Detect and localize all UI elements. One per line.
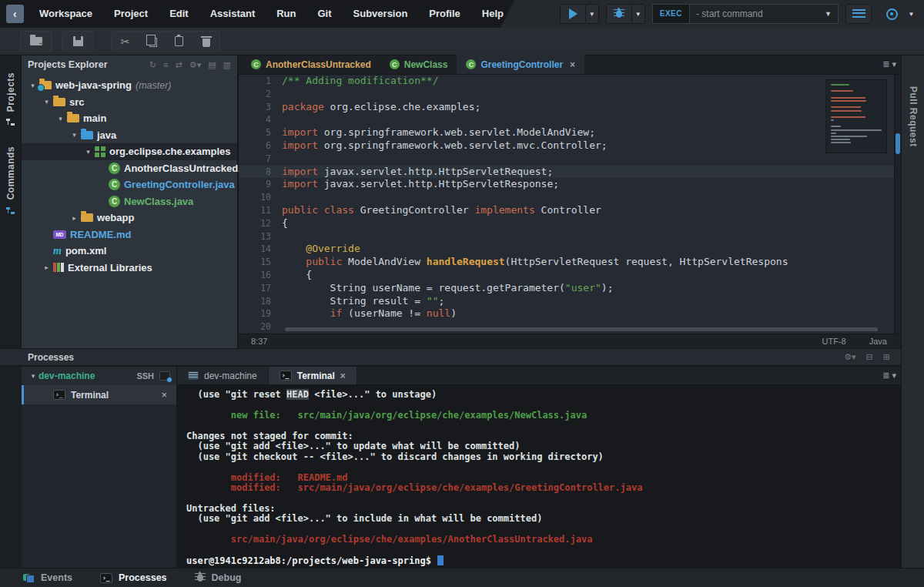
minimap-line (831, 119, 834, 121)
tree-item-webapp[interactable]: ▸webapp (22, 210, 237, 226)
terminal-line: (use "git checkout -- <file>..." to disc… (186, 452, 901, 462)
rail-tab-projects[interactable]: Projects (5, 72, 16, 126)
editor-tab-anotherclassuntracked[interactable]: CAnotherClassUntracked (242, 55, 380, 74)
statusbar-item-events[interactable]: Events (23, 572, 72, 583)
close-icon[interactable]: × (340, 371, 346, 381)
prompt-text: user@1941c9212ab8:/projects/web-java-spr… (186, 555, 431, 566)
run-options-button[interactable]: ▼ (586, 4, 599, 24)
tree-item-label: webapp (97, 212, 134, 223)
machine-row[interactable]: ▾ dev-machine SSH (22, 367, 176, 385)
line-number: 3 (239, 101, 282, 114)
chevron-collapsed-icon[interactable]: ▸ (40, 263, 53, 271)
tree-item-web-java-spring[interactable]: ▾web-java-spring (master) (22, 77, 237, 94)
class-icon: C (109, 163, 120, 174)
project-tree: ▾web-java-spring (master)▾src▾main▾java▾… (22, 77, 237, 276)
import-project-button[interactable] (20, 31, 52, 52)
processes-list-button[interactable] (845, 4, 872, 24)
settings-icon[interactable]: ⚙▾ (189, 61, 201, 69)
scrollbar-thumb[interactable] (896, 133, 900, 154)
tree-item-greetingcontroller-java[interactable]: CGreetingController.java (22, 176, 237, 193)
tree-item-org-eclipse-che-examples[interactable]: ▾org.eclipse.che.examples (22, 143, 237, 160)
statusbar-item-processes[interactable]: Processes (100, 572, 167, 583)
terminal-icon (100, 573, 112, 583)
ssh-label: SSH (136, 371, 154, 381)
minimize-icon[interactable]: ⊟ (866, 353, 873, 361)
code-line: 2 (239, 88, 901, 101)
editor-horizontal-scrollbar[interactable] (285, 327, 878, 331)
tree-item-external-libraries[interactable]: ▸External Libraries (22, 260, 237, 277)
chevron-expanded-icon[interactable]: ▾ (40, 98, 53, 106)
statusbar-item-debug[interactable]: Debug (195, 572, 242, 583)
paste-button[interactable] (166, 32, 192, 51)
back-button[interactable]: ‹ (6, 5, 24, 23)
menu-item-assistant[interactable]: Assistant (199, 0, 266, 28)
command-select[interactable]: - start command ▼ (690, 8, 838, 19)
machine-perspective-button[interactable] (879, 4, 905, 24)
maximize-icon[interactable]: ⊞ (883, 353, 890, 361)
terminal-line (186, 400, 901, 410)
save-button[interactable] (62, 31, 94, 52)
perspective-options-button[interactable]: ▼ (905, 4, 918, 24)
folder-icon (67, 114, 79, 122)
menu-item-help[interactable]: Help (471, 0, 514, 28)
editor-tab-newclass[interactable]: CNewClass (380, 55, 457, 74)
chevron-expanded-icon[interactable]: ▾ (54, 115, 67, 122)
panel-icon[interactable]: ▥ (223, 61, 231, 69)
editor-vertical-scrollbar[interactable] (894, 75, 901, 334)
tree-item-anotherclassuntracked-java[interactable]: CAnotherClassUntracked.java (22, 160, 237, 177)
chevron-expanded-icon[interactable]: ▾ (82, 148, 95, 156)
menu-item-edit[interactable]: Edit (159, 0, 199, 28)
process-tab-dev-machine[interactable]: dev-machine (177, 367, 269, 384)
minimap-line (831, 103, 882, 105)
pull-request-tab[interactable]: Pull Request (908, 86, 919, 568)
line-number: 9 (239, 178, 282, 191)
code-line: 1/** Adding modification**/ (239, 75, 901, 88)
editor-options-button[interactable]: ≣ ▾ (882, 59, 896, 69)
code-text: String userName = request.getParameter("… (282, 282, 901, 295)
split-icon[interactable]: ▤ (208, 61, 216, 69)
branch-label: (master) (136, 80, 172, 91)
chevron-expanded-icon[interactable]: ▾ (68, 131, 81, 139)
debug-button[interactable] (606, 4, 632, 24)
menu-item-git[interactable]: Git (307, 0, 343, 28)
close-icon[interactable]: × (161, 389, 167, 401)
collapse-all-icon[interactable]: ≡ (163, 61, 168, 69)
run-button[interactable] (560, 4, 586, 24)
code-text (282, 88, 901, 101)
tree-item-readme-md[interactable]: MDREADME.md (22, 226, 237, 243)
code-text (282, 191, 901, 204)
refresh-icon[interactable]: ↻ (149, 61, 156, 69)
tree-item-pom-xml[interactable]: mpom.xml (22, 243, 237, 260)
tree-item-java[interactable]: ▾java (22, 127, 237, 144)
settings-icon[interactable]: ⚙▾ (844, 353, 855, 361)
chevron-collapsed-icon[interactable]: ▸ (68, 214, 81, 222)
terminal-process-row[interactable]: Terminal × (22, 385, 176, 404)
minimap-line (831, 87, 882, 89)
explorer-title: Projects Explorer (28, 59, 108, 70)
tree-item-src[interactable]: ▾src (22, 94, 237, 111)
menu-item-workspace[interactable]: Workspace (28, 0, 103, 28)
menu-item-project[interactable]: Project (103, 0, 159, 28)
link-with-editor-icon[interactable]: ⇄ (176, 61, 182, 69)
close-icon[interactable]: × (570, 59, 575, 70)
terminal-line (186, 493, 901, 503)
menu-item-run[interactable]: Run (266, 0, 306, 28)
tree-item-newclass-java[interactable]: CNewClass.java (22, 193, 237, 210)
rail-tab-commands[interactable]: Commands (5, 146, 16, 214)
process-tab-terminal[interactable]: Terminal× (269, 367, 357, 384)
line-number: 7 (239, 153, 282, 166)
ssh-terminal-icon[interactable] (159, 371, 170, 381)
tree-item-main[interactable]: ▾main (22, 110, 237, 127)
copy-button[interactable] (139, 32, 166, 51)
class-icon: C (251, 59, 261, 69)
menu-item-profile[interactable]: Profile (418, 0, 470, 28)
process-options-button[interactable]: ≣ ▾ (882, 371, 896, 381)
delete-button[interactable] (192, 32, 219, 51)
cut-button[interactable]: ✂ (112, 32, 139, 51)
editor-tab-greetingcontroller[interactable]: CGreetingController× (457, 55, 584, 74)
menu-item-subversion[interactable]: Subversion (343, 0, 419, 28)
terminal-output[interactable]: (use "git reset HEAD <file>..." to unsta… (177, 385, 901, 568)
code-editor[interactable]: 1/** Adding modification**/23package org… (239, 75, 901, 334)
debug-options-button[interactable]: ▼ (632, 4, 645, 24)
editor-tab-label: AnotherClassUntracked (266, 59, 371, 70)
